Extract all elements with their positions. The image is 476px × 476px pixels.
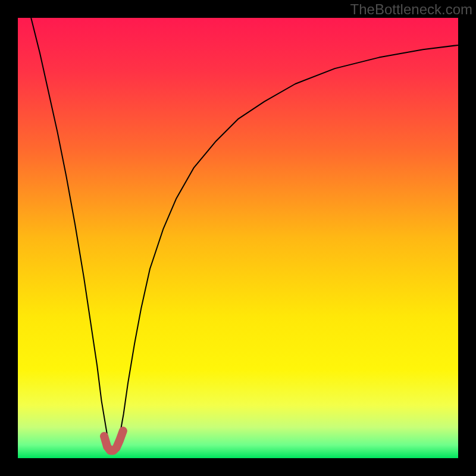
- watermark-text: TheBottleneck.com: [350, 1, 472, 18]
- plot-area: [18, 18, 458, 458]
- chart-svg: [18, 18, 458, 458]
- chart-container: TheBottleneck.com: [0, 0, 476, 476]
- gradient-background: [18, 18, 458, 458]
